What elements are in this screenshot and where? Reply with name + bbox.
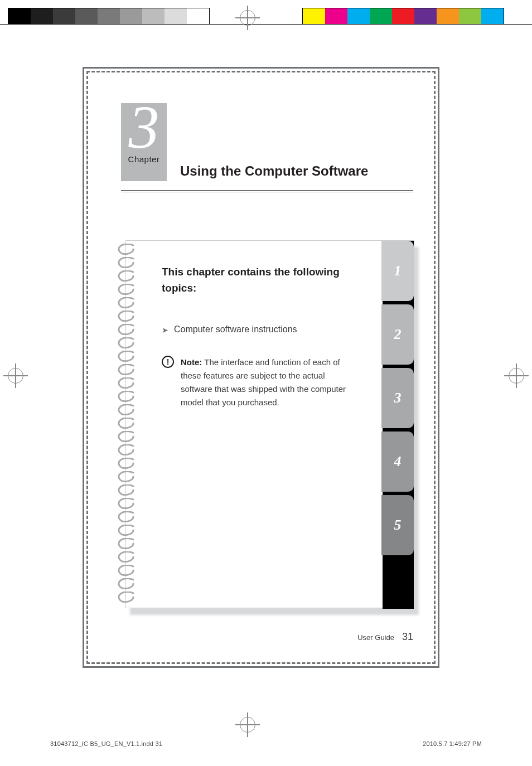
spiral-ring-icon bbox=[117, 592, 136, 603]
spiral-ring-icon bbox=[117, 471, 136, 482]
crop-mark-icon bbox=[8, 368, 23, 384]
imprint-timestamp: 2010.5.7 1:49:27 PM bbox=[423, 740, 482, 747]
divider bbox=[121, 190, 413, 192]
index-tab-5: 5 bbox=[381, 495, 414, 555]
page-footer: User Guide 31 bbox=[357, 631, 413, 643]
chapter-badge: 3 Chapter bbox=[121, 103, 167, 181]
list-item: ➤ Computer software instructions bbox=[162, 324, 347, 334]
imprint-file: 31043712_IC B5_UG_EN_V1.1.indd 31 bbox=[50, 740, 162, 747]
page-number: 31 bbox=[402, 631, 413, 643]
spiral-ring-icon bbox=[117, 538, 136, 549]
note-body: The interface and function of each of th… bbox=[181, 357, 346, 407]
spiral-ring-icon bbox=[117, 337, 136, 348]
spiral-ring-icon bbox=[117, 578, 136, 589]
crop-mark-icon bbox=[509, 368, 524, 384]
crop-mark-icon bbox=[240, 10, 255, 26]
spiral-ring-icon bbox=[117, 311, 136, 322]
spiral-ring-icon bbox=[117, 297, 136, 308]
spiral-ring-icon bbox=[117, 431, 136, 442]
crop-mark-icon bbox=[240, 717, 255, 733]
topic-text: Computer software instructions bbox=[174, 324, 297, 334]
chapter-label: Chapter bbox=[121, 154, 167, 164]
chapter-title: Using the Computer Software bbox=[180, 163, 368, 179]
topics-heading: This chapter contains the following topi… bbox=[162, 264, 347, 296]
spiral-ring-icon bbox=[117, 324, 136, 335]
spiral-ring-icon bbox=[117, 511, 136, 522]
index-tab-3: 3 bbox=[381, 368, 414, 428]
spiral-ring-icon bbox=[117, 484, 136, 496]
spiral-binding-icon: /*placeholder*/ bbox=[117, 244, 136, 603]
spiral-ring-icon bbox=[117, 391, 136, 402]
spiral-ring-icon bbox=[117, 551, 136, 563]
reg-right-swatches bbox=[302, 8, 504, 25]
reg-left-swatches bbox=[8, 8, 210, 25]
footer-label: User Guide bbox=[357, 633, 394, 642]
spiral-ring-icon bbox=[117, 458, 136, 469]
spiral-ring-icon bbox=[117, 244, 136, 255]
note-text: Note: The interface and function of each… bbox=[181, 356, 347, 409]
spiral-ring-icon bbox=[117, 351, 136, 362]
spiral-ring-icon bbox=[117, 404, 136, 415]
chapter-number: 3 bbox=[121, 96, 167, 158]
spiral-ring-icon bbox=[117, 270, 136, 282]
spiral-ring-icon bbox=[117, 444, 136, 455]
notebook-panel: This chapter contains the following topi… bbox=[125, 240, 414, 608]
note-block: ! Note: The interface and function of ea… bbox=[162, 356, 347, 409]
index-tab-2: 2 bbox=[381, 304, 414, 365]
index-tab-1: 1 bbox=[381, 241, 414, 301]
index-tabs: 1 2 3 4 5 bbox=[383, 241, 414, 609]
registration-bar bbox=[0, 8, 532, 25]
imprint-line: 31043712_IC B5_UG_EN_V1.1.indd 31 2010.5… bbox=[50, 740, 482, 747]
spiral-ring-icon bbox=[117, 284, 136, 295]
bullet-arrow-icon: ➤ bbox=[162, 324, 168, 334]
info-icon: ! bbox=[162, 356, 174, 368]
spiral-ring-icon bbox=[117, 364, 136, 375]
page-frame: 3 Chapter Using the Computer Software Th… bbox=[83, 67, 439, 668]
topics-list: ➤ Computer software instructions bbox=[162, 324, 347, 334]
spiral-ring-icon bbox=[117, 565, 136, 576]
note-label: Note: bbox=[181, 357, 202, 367]
spiral-ring-icon bbox=[117, 498, 136, 509]
spiral-ring-icon bbox=[117, 377, 136, 389]
spiral-ring-icon bbox=[117, 525, 136, 536]
spiral-ring-icon bbox=[117, 418, 136, 429]
spiral-ring-icon bbox=[117, 257, 136, 268]
index-tab-4: 4 bbox=[381, 432, 414, 492]
